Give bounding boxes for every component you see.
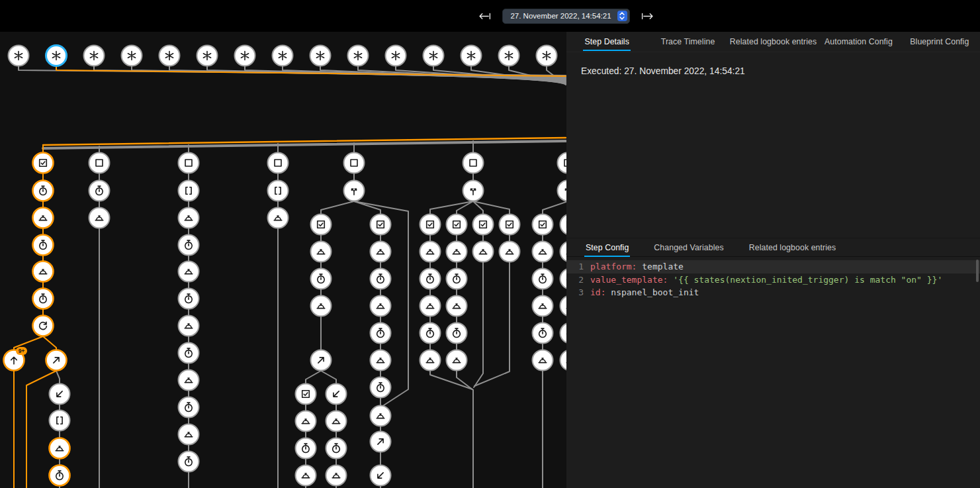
graph-node-service[interactable] — [500, 242, 520, 262]
graph-node-asterisk[interactable] — [461, 46, 482, 66]
graph-node-timer[interactable] — [326, 438, 347, 459]
graph-node-service[interactable] — [371, 296, 391, 317]
graph-node-service[interactable] — [533, 350, 553, 371]
graph-node-timer[interactable] — [371, 323, 391, 344]
graph-node-arrow-bottom-left[interactable] — [326, 384, 347, 405]
graph-node-service[interactable] — [371, 350, 391, 371]
graph-node-timer[interactable] — [533, 323, 553, 344]
graph-node-refresh[interactable] — [33, 316, 54, 336]
graph-node-timer[interactable] — [420, 269, 441, 289]
graph-node-asterisk[interactable] — [84, 46, 105, 66]
graph-node-service[interactable] — [179, 424, 199, 445]
graph-node-timer[interactable] — [447, 323, 467, 344]
graph-node-arrow-bottom-left[interactable] — [50, 384, 70, 405]
graph-node-service[interactable] — [33, 208, 54, 228]
graph-node-service[interactable] — [296, 411, 316, 432]
graph-node-service[interactable] — [447, 350, 467, 371]
graph-node-checkbox-marked[interactable] — [33, 153, 54, 173]
graph-node-checkbox-blank[interactable] — [558, 153, 567, 173]
graph-node-timer[interactable] — [179, 343, 199, 364]
step-tab-related-logbook-entries[interactable]: Related logbook entries — [736, 238, 849, 256]
graph-node-service[interactable] — [371, 242, 391, 262]
step-config-code-editor[interactable]: 1platform: template2value_template: '{{ … — [566, 257, 980, 488]
graph-node-checkbox-marked[interactable] — [311, 215, 332, 235]
graph-node-timer[interactable] — [311, 269, 332, 289]
graph-node-checkbox-marked[interactable] — [420, 215, 441, 235]
graph-node-asterisk[interactable] — [348, 46, 369, 66]
trace-tab-step-details[interactable]: Step Details — [566, 32, 647, 52]
graph-node-service[interactable] — [50, 438, 70, 459]
graph-node-checkbox-blank[interactable] — [179, 153, 199, 173]
graph-node-timer[interactable] — [33, 235, 54, 256]
graph-node-asterisk[interactable] — [423, 46, 444, 66]
graph-node-service[interactable] — [533, 296, 553, 317]
code-scrollbar[interactable] — [976, 260, 979, 282]
graph-node-asterisk[interactable] — [537, 46, 557, 66]
graph-node-timer[interactable] — [179, 235, 199, 256]
graph-node-checkbox-marked[interactable] — [371, 215, 391, 235]
graph-node-timer[interactable] — [179, 397, 199, 418]
graph-node-shuffle[interactable] — [463, 181, 484, 201]
graph-node-checkbox-blank[interactable] — [344, 153, 365, 173]
step-tab-changed-variables[interactable]: Changed Variables — [641, 238, 736, 256]
graph-node-timer[interactable] — [179, 452, 199, 472]
graph-node-timer[interactable] — [533, 269, 553, 289]
graph-node-service[interactable] — [179, 370, 199, 391]
graph-node-checkbox-marked[interactable] — [500, 215, 520, 235]
automation-trace-graph[interactable]: 9+ — [0, 32, 566, 488]
graph-node-service[interactable] — [179, 208, 199, 228]
graph-node-timer[interactable] — [560, 323, 567, 344]
graph-node-timer[interactable] — [296, 438, 316, 459]
graph-node-service[interactable] — [560, 296, 567, 317]
graph-node-asterisk[interactable] — [122, 46, 142, 66]
graph-node-service[interactable] — [268, 208, 289, 228]
graph-node-service[interactable] — [447, 242, 467, 262]
graph-node-timer[interactable] — [420, 323, 441, 344]
graph-node-service[interactable] — [420, 242, 441, 262]
graph-node-asterisk[interactable] — [273, 46, 293, 66]
graph-node-shuffle[interactable] — [344, 181, 365, 201]
graph-node-asterisk[interactable] — [235, 46, 255, 66]
graph-node-checkbox-marked[interactable] — [473, 215, 494, 235]
graph-node-service[interactable] — [179, 316, 199, 336]
run-selector[interactable]: 27. November 2022, 14:54:21 — [502, 9, 629, 24]
graph-node-service[interactable] — [311, 296, 332, 317]
graph-node-service[interactable] — [89, 208, 110, 228]
graph-node-service[interactable] — [420, 296, 441, 317]
graph-node-arrow-bottom-left[interactable] — [371, 465, 391, 486]
graph-node-service[interactable] — [420, 350, 441, 371]
graph-node-timer[interactable] — [89, 181, 110, 201]
graph-node-checkbox-marked[interactable] — [560, 215, 567, 235]
graph-node-brackets[interactable] — [179, 181, 199, 201]
graph-node-arrow-top-right[interactable] — [311, 350, 332, 371]
graph-node-checkbox-blank[interactable] — [463, 153, 484, 173]
step-tab-step-config[interactable]: Step Config — [573, 238, 641, 256]
graph-node-timer[interactable] — [33, 181, 54, 201]
graph-node-service[interactable] — [179, 262, 199, 282]
graph-node-asterisk[interactable] — [159, 46, 180, 66]
graph-node-asterisk[interactable] — [197, 46, 218, 66]
trace-tab-trace-timeline[interactable]: Trace Timeline — [647, 32, 728, 52]
graph-node-checkbox-blank[interactable] — [268, 153, 289, 173]
graph-node-brackets[interactable] — [268, 181, 289, 201]
graph-node-checkbox-blank[interactable] — [89, 153, 110, 173]
graph-node-service[interactable] — [371, 406, 391, 426]
graph-node-service[interactable] — [326, 411, 347, 432]
graph-node-checkbox-marked[interactable] — [447, 215, 467, 235]
graph-node-asterisk[interactable] — [46, 46, 67, 66]
graph-node-arrow-top-right[interactable] — [46, 350, 67, 371]
graph-node-timer[interactable] — [447, 269, 467, 289]
trace-tab-blueprint-config[interactable]: Blueprint Config — [899, 32, 980, 52]
graph-node-asterisk[interactable] — [9, 46, 29, 66]
graph-node-service[interactable] — [311, 242, 332, 262]
graph-node-asterisk[interactable] — [386, 46, 406, 66]
graph-node-brackets[interactable] — [50, 411, 70, 431]
graph-node-timer[interactable] — [33, 289, 54, 309]
graph-node-service[interactable] — [473, 242, 494, 262]
graph-node-timer[interactable] — [179, 289, 199, 309]
graph-node-timer[interactable] — [560, 269, 567, 289]
trace-tab-related-logbook-entries[interactable]: Related logbook entries — [729, 32, 819, 52]
graph-node-checkbox-marked[interactable] — [533, 215, 553, 235]
graph-node-service[interactable] — [560, 242, 567, 262]
graph-node-timer[interactable] — [50, 465, 70, 486]
